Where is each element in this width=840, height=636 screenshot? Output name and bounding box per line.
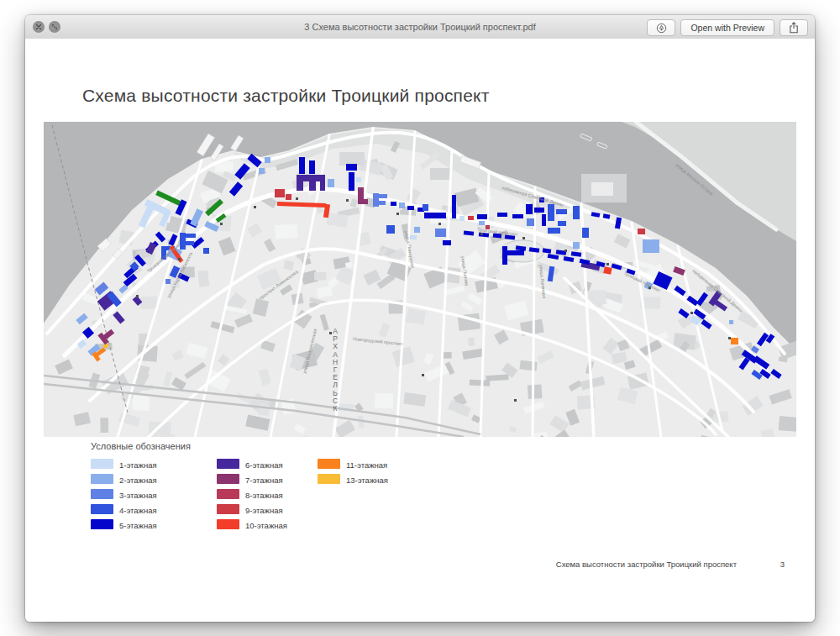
map-building: [265, 157, 270, 163]
map-building: [573, 242, 580, 249]
map-poi-marker: [522, 237, 525, 239]
legend-swatch: [217, 474, 239, 484]
map-building: [526, 204, 533, 214]
map-poi-marker: [329, 332, 332, 334]
map-building: [407, 206, 414, 210]
map-building: [497, 213, 507, 217]
legend-label: 5-этажная: [119, 521, 157, 530]
map-building: [299, 157, 305, 174]
map-building: [379, 194, 387, 198]
map-building: [477, 214, 487, 219]
map-poi-marker: [606, 263, 609, 265]
legend-swatch: [318, 474, 340, 484]
markup-icon: [656, 23, 667, 34]
legend-swatch: [91, 489, 113, 499]
map-building: [534, 208, 544, 213]
titlebar: 3 Схема высотности застройки Троицкий пр…: [25, 15, 815, 39]
legend-label: 2-этажная: [119, 476, 157, 485]
legend-item: 9-этажная: [217, 503, 351, 518]
map-building: [309, 160, 315, 174]
titlebar-actions: Open with Preview: [647, 19, 808, 36]
pdf-page: Схема высотности застройки Троицкий прос…: [25, 39, 815, 622]
legend-swatch: [91, 504, 113, 514]
legend-label: 11-этажная: [346, 460, 387, 470]
map-building: [259, 168, 265, 174]
legend-item: 2-этажная: [91, 473, 225, 488]
map-building: [468, 216, 474, 220]
legend-swatch: [217, 489, 239, 499]
map-building: [275, 189, 285, 197]
page-title: Схема высотности застройки Троицкий прос…: [82, 86, 489, 106]
legend-column-3: 11-этажная13-этажная: [318, 458, 452, 488]
map-building: [731, 338, 738, 344]
markup-button[interactable]: [647, 19, 675, 36]
map-building: [399, 202, 405, 208]
map-building: [424, 213, 446, 218]
map: Троицкий проспектТроицкий проспектТроицк…: [44, 122, 796, 437]
map-building: [643, 239, 659, 253]
map-building: [320, 181, 325, 191]
map-building: [386, 225, 395, 234]
legend-item: 1-этажная: [91, 458, 225, 473]
map-building: [638, 229, 645, 234]
legend-label: 10-этажная: [245, 521, 287, 530]
map-city-label: АРХАНГЕЛЬСК: [333, 327, 338, 413]
legend-label: 4-этажная: [119, 506, 157, 515]
map-poi-marker: [346, 199, 349, 202]
map-building: [180, 233, 186, 250]
map-poi-marker: [296, 197, 298, 200]
page-number: 3: [780, 560, 785, 569]
map-building: [512, 214, 523, 218]
legend-label: 9-этажная: [245, 506, 283, 515]
map-building: [328, 179, 334, 187]
map-poi-marker: [178, 258, 181, 260]
quicklook-window: 3 Схема высотности застройки Троицкий пр…: [25, 15, 815, 622]
map-building: [186, 241, 194, 245]
map-building: [443, 240, 451, 245]
legend-label: 7-этажная: [245, 476, 283, 485]
map-building: [452, 195, 456, 218]
map-building: [479, 221, 485, 225]
map-building: [548, 228, 560, 234]
legend-column-1: 1-этажная2-этажная3-этажная4-этажная5-эт…: [91, 458, 225, 534]
legend-label: 1-этажная: [119, 460, 157, 470]
map-building: [356, 177, 361, 182]
map-building: [414, 227, 420, 233]
map-building: [186, 234, 196, 238]
legend-label: 6-этажная: [245, 460, 283, 470]
legend-swatch: [91, 519, 113, 529]
map-building: [459, 216, 465, 221]
legend-item: 11-этажная: [318, 458, 452, 473]
map-poi-marker: [438, 223, 441, 225]
map-poi-marker: [220, 223, 223, 225]
map-poi-marker: [728, 337, 731, 339]
map-building: [573, 206, 580, 219]
map-poi-marker: [136, 295, 139, 297]
legend-item: 13-этажная: [318, 473, 452, 488]
map-poi-marker: [480, 233, 483, 235]
map-canvas: Троицкий проспектТроицкий проспектТроицк…: [44, 122, 796, 437]
map-poi-marker: [422, 374, 424, 376]
legend-swatch: [91, 459, 113, 469]
legend-item: 3-этажная: [91, 488, 225, 503]
map-building: [165, 279, 171, 284]
legend-item: 8-этажная: [217, 488, 351, 503]
map-building: [582, 228, 589, 238]
footer-title: Схема высотности застройки Троицкий прос…: [25, 560, 737, 569]
map-building: [349, 172, 354, 191]
legend-heading: Условные обозначения: [91, 441, 191, 451]
map-poi-marker: [396, 213, 399, 215]
open-with-preview-button[interactable]: Open with Preview: [680, 19, 774, 36]
legend-swatch: [217, 519, 239, 529]
map-building: [506, 250, 524, 255]
map-building: [297, 175, 325, 181]
legend-swatch: [217, 504, 239, 514]
map-building: [358, 199, 368, 204]
legend-label: 13-этажная: [346, 476, 388, 485]
share-button[interactable]: [780, 19, 808, 36]
map-building: [297, 181, 303, 191]
map-poi-marker: [690, 312, 693, 314]
map-building: [542, 214, 546, 226]
legend-item: 10-этажная: [217, 518, 351, 534]
screen: 3 Схема высотности застройки Троицкий пр…: [0, 0, 840, 636]
